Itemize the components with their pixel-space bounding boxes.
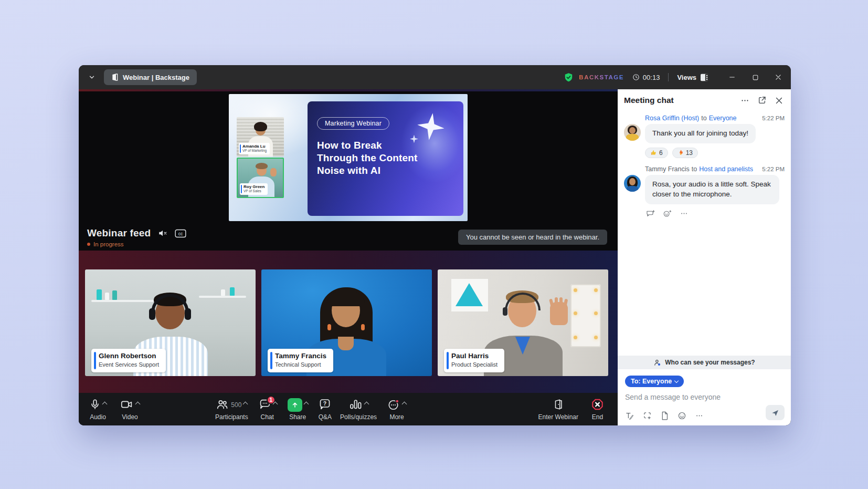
meeting-chat-panel: Meeting chat Rosa Gr bbox=[618, 89, 791, 425]
camera-icon bbox=[120, 398, 134, 411]
meeting-timer: 00:13 bbox=[643, 74, 660, 81]
add-reaction-icon[interactable] bbox=[663, 210, 672, 217]
svg-text:cc: cc bbox=[178, 231, 183, 236]
emoji-icon[interactable] bbox=[678, 411, 686, 420]
share-button[interactable]: Share bbox=[284, 396, 311, 423]
message-time: 5:22 PM bbox=[762, 115, 785, 121]
chat-compose-input[interactable]: Send a message to everyone bbox=[625, 393, 784, 401]
maximize-button[interactable] bbox=[751, 73, 759, 81]
person-visibility-icon bbox=[653, 359, 661, 367]
window-menu-chevron-icon[interactable] bbox=[86, 71, 98, 83]
participants-button[interactable]: 500 Participants bbox=[212, 396, 251, 423]
send-message-button[interactable] bbox=[766, 405, 785, 420]
video-tile-tammy[interactable]: Tammy Francis Technical Support bbox=[261, 269, 432, 376]
slide-headline: How to Break Through the Content Noise w… bbox=[317, 139, 418, 178]
layout-views-icon bbox=[700, 74, 709, 81]
audio-options-chevron-icon[interactable] bbox=[102, 401, 108, 407]
speaker-video-roy: Roy Green VP of Sales bbox=[237, 158, 284, 198]
reaction-thumbs-up[interactable]: 6 bbox=[645, 148, 668, 158]
in-progress-dot bbox=[87, 243, 90, 246]
titlebar: Webinar | Backstage BACKSTAGE 00:13 View… bbox=[79, 65, 791, 89]
chat-header: Meeting chat bbox=[618, 89, 791, 111]
chevron-down-icon bbox=[674, 378, 679, 382]
thumbs-up-icon bbox=[650, 149, 657, 156]
participants-count: 500 bbox=[231, 401, 241, 409]
recipient-name[interactable]: Host and panelists bbox=[699, 165, 753, 173]
video-tile-glenn[interactable]: Glenn Robertson Event Services Support bbox=[85, 269, 256, 376]
closed-captions-icon[interactable]: cc bbox=[175, 229, 186, 238]
share-icon bbox=[288, 398, 302, 412]
chat-title: Meeting chat bbox=[624, 96, 674, 105]
sender-name: Tammy Francis bbox=[645, 165, 690, 173]
recipient-selector[interactable]: To: Everyone bbox=[625, 376, 684, 387]
webinar-window: Webinar | Backstage BACKSTAGE 00:13 View… bbox=[79, 65, 791, 425]
polls-chevron-icon[interactable] bbox=[364, 401, 369, 407]
tab-title: Webinar | Backstage bbox=[123, 74, 189, 81]
pop-out-icon[interactable] bbox=[758, 96, 766, 105]
reaction-fire[interactable]: 13 bbox=[672, 148, 698, 158]
backstage-notice: You cannot be seen or heard in the webin… bbox=[458, 230, 607, 245]
clock-icon bbox=[632, 74, 640, 81]
polls-icon bbox=[349, 398, 363, 411]
views-button[interactable]: Views bbox=[677, 74, 709, 81]
avatar-rosa bbox=[624, 124, 641, 141]
chat-button[interactable]: 1 Chat bbox=[255, 396, 280, 423]
recipient-name[interactable]: Everyone bbox=[709, 115, 737, 122]
enter-webinar-button[interactable]: Enter Webinar bbox=[535, 396, 581, 423]
quote-reply-icon[interactable] bbox=[646, 210, 655, 217]
participant-name-tag: Glenn Robertson Event Services Support bbox=[91, 349, 166, 372]
chat-message-list[interactable]: Rosa Griffin (Host) to Everyone 5:22 PM … bbox=[618, 111, 791, 356]
send-icon bbox=[771, 409, 779, 417]
participant-name-tag: Tammy Francis Technical Support bbox=[268, 349, 333, 372]
tab-webinar-backstage[interactable]: Webinar | Backstage bbox=[104, 69, 197, 85]
chat-more-icon[interactable] bbox=[740, 96, 749, 105]
backstage-badge: BACKSTAGE bbox=[579, 74, 623, 80]
screen-capture-icon[interactable] bbox=[643, 411, 652, 420]
participants-chevron-icon[interactable] bbox=[243, 401, 248, 407]
slide-topic-pill: Marketing Webinar bbox=[317, 117, 389, 130]
video-button[interactable]: Video bbox=[117, 396, 143, 423]
polls-button[interactable]: Polls/quizzes bbox=[337, 396, 380, 423]
speaker-video-amanda: Amanda Lu VP of Marketing bbox=[237, 117, 284, 157]
fire-icon bbox=[678, 149, 684, 156]
video-options-chevron-icon[interactable] bbox=[135, 401, 141, 407]
titlebar-divider bbox=[668, 73, 669, 81]
share-chevron-icon[interactable] bbox=[303, 401, 309, 407]
more-chevron-icon[interactable] bbox=[402, 401, 407, 407]
chat-message: Rosa Griffin (Host) to Everyone 5:22 PM … bbox=[624, 115, 785, 158]
main-stage-area: Marketing Webinar How to Break Through t… bbox=[79, 89, 618, 425]
webinar-feed-bar: Webinar feed cc In progress You cannot b… bbox=[79, 223, 618, 251]
sender-name[interactable]: Rosa Griffin (Host) bbox=[645, 115, 699, 122]
more-icon bbox=[387, 398, 400, 411]
svg-text:?: ? bbox=[323, 400, 326, 407]
muted-speaker-icon[interactable] bbox=[158, 228, 167, 238]
slide-graphic-panel: Marketing Webinar How to Break Through t… bbox=[308, 101, 463, 216]
who-can-see-bar[interactable]: Who can see your messages? bbox=[618, 356, 791, 369]
chat-footer: Who can see your messages? To: Everyone … bbox=[618, 356, 791, 425]
compose-area: To: Everyone Send a message to everyone bbox=[618, 369, 791, 425]
message-bubble: Rosa, your audio is a little soft. Speak… bbox=[645, 175, 779, 204]
participant-name-tag: Paul Harris Product Specialist bbox=[444, 349, 504, 372]
panelist-tiles-row: Glenn Robertson Event Services Support bbox=[79, 251, 618, 393]
qna-icon: ? bbox=[319, 398, 331, 411]
message-more-icon[interactable] bbox=[680, 210, 688, 217]
microphone-icon bbox=[89, 398, 101, 411]
message-time: 5:22 PM bbox=[762, 166, 785, 172]
door-icon bbox=[553, 398, 564, 411]
compose-more-icon[interactable] bbox=[695, 412, 703, 420]
backstage-door-icon bbox=[111, 73, 119, 81]
video-tile-paul[interactable]: Paul Harris Product Specialist bbox=[438, 269, 608, 376]
webinar-feed-stage: Marketing Webinar How to Break Through t… bbox=[79, 91, 618, 223]
close-window-button[interactable] bbox=[774, 73, 782, 81]
speaker-name-tag: Roy Green VP of Sales bbox=[240, 183, 268, 195]
attach-file-icon[interactable] bbox=[661, 411, 669, 420]
meeting-toolbar: Audio Video 500 Participants bbox=[79, 393, 618, 425]
end-button[interactable]: End bbox=[588, 396, 607, 423]
qna-button[interactable]: ? Q&A bbox=[315, 396, 335, 423]
message-actions bbox=[646, 210, 785, 217]
close-chat-icon[interactable] bbox=[775, 96, 784, 105]
more-button[interactable]: More bbox=[384, 396, 409, 423]
format-text-icon[interactable] bbox=[625, 411, 634, 420]
minimize-button[interactable] bbox=[728, 73, 736, 81]
audio-button[interactable]: Audio bbox=[86, 396, 110, 423]
